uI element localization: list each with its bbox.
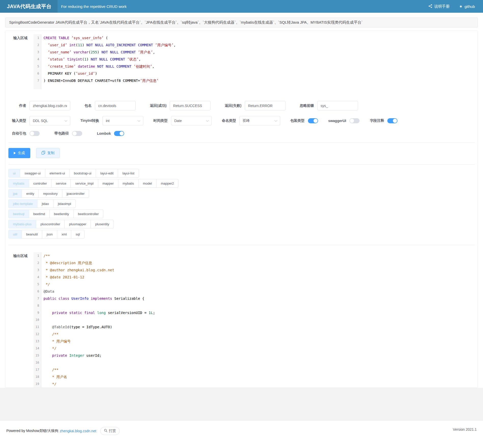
- copy-button[interactable]: 复制: [36, 148, 60, 158]
- auto-import-label: 自动引包: [8, 131, 26, 136]
- swagger-ui-field: swaggerUI: [328, 118, 360, 123]
- tab-model[interactable]: model: [138, 179, 157, 188]
- naming-type-field: 命名类型 驼峰: [222, 116, 280, 125]
- tinyint-convert-select[interactable]: int: [103, 116, 143, 125]
- copy-label: 复制: [47, 151, 54, 155]
- line-number: 5: [34, 63, 41, 70]
- donate-button[interactable]: 打赏: [100, 427, 120, 435]
- tab-repository[interactable]: repository: [38, 189, 62, 198]
- time-type-field: 时间类型 Date: [153, 116, 212, 125]
- ignore-prefix-input[interactable]: [317, 101, 358, 110]
- code-line: 1/**: [34, 252, 475, 259]
- app-footer: Powered by Moshow郑锴/大狼狗 zhengkai.blog.cs…: [0, 421, 483, 448]
- output-editor-viewport: 1/**2 * @description 用户信息3 * @author zhe…: [27, 252, 475, 387]
- template-tab-groups: uiswagger-uielement-uibootstrap-uilayui-…: [8, 169, 475, 238]
- tab-jtdao[interactable]: jtdao: [37, 199, 53, 208]
- field-comment-label: 字段注释: [370, 118, 384, 123]
- code-line: 17 /**: [34, 366, 475, 373]
- time-type-value: Date: [174, 119, 182, 123]
- tab-group-jdbc-template: jdbc-templatejtdaojtdaoimpl: [8, 199, 475, 208]
- output-section-label: 输出区域: [8, 252, 27, 258]
- code-line: 4 ’status’ tinyint(1) NOT NULL COMMENT ’…: [34, 56, 475, 63]
- line-number: 3: [34, 49, 41, 56]
- tab-bootstrap-ui[interactable]: bootstrap-ui: [69, 169, 96, 177]
- code-line: 2 ’user_id’ int(11) NOT NULL AUTO_INCREM…: [34, 41, 475, 49]
- line-number: 4: [34, 56, 41, 63]
- tab-beetlentity[interactable]: beetlentity: [49, 210, 74, 218]
- auto-import-toggle[interactable]: [30, 131, 40, 136]
- ignore-prefix-label: 忽略前缀: [300, 103, 314, 108]
- output-section: 输出区域 1/**2 * @description 用户信息3 * @autho…: [8, 252, 475, 387]
- star-icon: ★: [459, 5, 463, 8]
- tab-group-beetlsql: beetlsqlbeetlmdbeetlentitybeetlcontrolle…: [8, 210, 475, 218]
- tab-xml[interactable]: xml: [57, 230, 71, 238]
- blog-link[interactable]: zhengkai.blog.csdn.net: [60, 429, 96, 433]
- package-path-toggle[interactable]: [72, 131, 82, 136]
- return-success-input[interactable]: [170, 101, 210, 110]
- package-input[interactable]: [95, 101, 136, 110]
- tab-json[interactable]: json: [42, 230, 57, 238]
- tab-swagger-ui[interactable]: swagger-ui: [20, 169, 45, 177]
- tab-category-mybatis-plus[interactable]: mybatis-plus: [8, 220, 36, 228]
- tab-entity[interactable]: entity: [22, 189, 39, 198]
- tab-beetlmd[interactable]: beetlmd: [29, 210, 50, 218]
- powered-by-text: Powered by Moshow郑锴/大狼狗: [6, 429, 58, 433]
- output-code-editor[interactable]: 1/**2 * @description 用户信息3 * @author zhe…: [34, 252, 475, 387]
- tab-mybatis[interactable]: mybatis: [118, 179, 139, 188]
- generate-label: 生成: [18, 151, 25, 155]
- wrapper-type-toggle[interactable]: [308, 118, 318, 123]
- input-type-select[interactable]: DDL SQL: [30, 116, 70, 125]
- code-line: 16: [34, 359, 475, 366]
- tab-category-jpa[interactable]: jpa: [8, 189, 22, 198]
- return-success-field: 返回(成功): [150, 101, 210, 110]
- tab-controller[interactable]: controller: [29, 179, 51, 188]
- tab-element-ui[interactable]: element-ui: [45, 169, 70, 177]
- code-line: 18 * 用户名: [34, 373, 475, 380]
- tab-layui-edit[interactable]: layui-edit: [96, 169, 118, 177]
- author-input[interactable]: [30, 101, 70, 110]
- options-form: 作者 包名 返回(成功) 返回(失败) 忽略前缀: [8, 101, 475, 136]
- manual-link[interactable]: 说明手册: [428, 4, 450, 9]
- tab-category-jdbc-template[interactable]: jdbc-template: [8, 199, 37, 208]
- code-line: 8: [34, 302, 475, 309]
- input-type-label: 输入类型: [8, 118, 26, 123]
- divider: [8, 165, 475, 165]
- tab-mapper2[interactable]: mapper2: [156, 179, 178, 188]
- input-type-value: DDL SQL: [33, 119, 48, 123]
- tab-plusentity[interactable]: plusentity: [91, 220, 114, 228]
- tab-layui-list[interactable]: layui-list: [118, 169, 139, 177]
- tab-sql[interactable]: sql: [71, 230, 84, 238]
- swagger-ui-toggle[interactable]: [349, 118, 360, 123]
- code-line: 9 private static final long serialVersio…: [34, 309, 475, 316]
- return-error-input[interactable]: [245, 101, 286, 110]
- tab-service[interactable]: service: [51, 179, 71, 188]
- app-logo[interactable]: JAVA代码生成平台: [0, 0, 58, 13]
- input-type-field: 输入类型 DDL SQL: [8, 116, 70, 125]
- footer-credits: Powered by Moshow郑锴/大狼狗 zhengkai.blog.cs…: [6, 427, 120, 435]
- tab-group-jpa: jpaentityrepositoryjpacontroller: [8, 189, 475, 198]
- tab-category-beetlsql[interactable]: beetlsql: [8, 210, 29, 218]
- lombok-toggle[interactable]: [114, 131, 124, 136]
- tab-jpacontroller[interactable]: jpacontroller: [62, 189, 89, 198]
- input-code-editor[interactable]: 1CREATE TABLE ’sys_user_info’ (2 ’user_i…: [34, 34, 475, 89]
- tab-beanutil[interactable]: beanutil: [22, 230, 42, 238]
- line-number: 16: [34, 359, 41, 366]
- tab-pluscontroller[interactable]: pluscontroller: [36, 220, 65, 228]
- tab-beetlcontroller[interactable]: beetlcontroller: [73, 210, 103, 218]
- tab-jtdaoimpl[interactable]: jtdaoimpl: [53, 199, 76, 208]
- return-error-field: 返回(失败): [225, 101, 285, 110]
- generate-button[interactable]: 生成: [8, 148, 30, 158]
- tab-category-mybatis[interactable]: mybatis: [8, 179, 29, 188]
- line-number: 3: [34, 266, 41, 274]
- package-path-label: 带包路径: [54, 131, 69, 136]
- github-link[interactable]: ★ github: [459, 4, 475, 9]
- tab-service_impl[interactable]: service_impl: [70, 179, 98, 188]
- code-line: 3 ’user_name’ varchar(255) NOT NULL COMM…: [34, 49, 475, 56]
- time-type-select[interactable]: Date: [171, 116, 212, 125]
- tab-plusmapper[interactable]: plusmapper: [64, 220, 91, 228]
- tab-mapper[interactable]: mapper: [98, 179, 118, 188]
- tab-category-ui[interactable]: ui: [8, 169, 20, 177]
- field-comment-toggle[interactable]: [387, 118, 397, 123]
- naming-type-select[interactable]: 驼峰: [239, 116, 280, 125]
- tab-category-util[interactable]: util: [8, 230, 22, 238]
